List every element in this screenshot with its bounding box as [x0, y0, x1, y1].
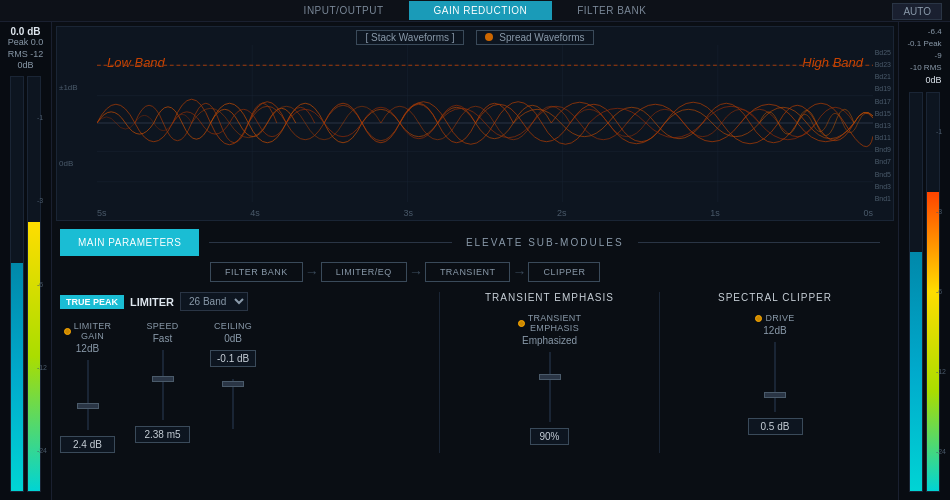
flow-line-right	[638, 242, 880, 243]
drive-slider[interactable]	[774, 342, 776, 412]
elevate-sub-modules-label: ELEVATE SUB-MODULES	[452, 237, 638, 248]
speed-value: Fast	[153, 333, 172, 344]
limiter-gain-handle[interactable]	[77, 403, 99, 409]
drive-label: DRIVE	[755, 313, 794, 323]
transient-section-title: TRANSIENT EMPHASIS	[456, 292, 643, 303]
speed-input[interactable]: 2.38 m5	[135, 426, 190, 443]
left-db-value: 0.0 dB	[10, 26, 40, 37]
ceiling-display[interactable]: -0.1 dB	[210, 350, 256, 367]
bnd-scale: Bd25 Bd23 Bd21 Bd19 Bd17 Bd15 Bd13 Bd11 …	[875, 49, 891, 202]
submodules-header: MAIN PARAMETERS ELEVATE SUB-MODULES	[60, 229, 890, 256]
waveform-toolbar: [ Stack Waveforms ] Spread Waveforms	[57, 27, 893, 48]
flow-line-left	[209, 242, 451, 243]
arrow-icon-1: →	[305, 264, 319, 280]
module-limiter-eq[interactable]: LIMITER/EQ	[321, 262, 407, 282]
true-peak-badge: TRUE PEAK	[60, 295, 124, 309]
clipper-section-title: SPECTRAL CLIPPER	[676, 292, 874, 303]
main-layout: 0.0 dB Peak 0.0 RMS -12 0dB -1 -3 -6 -12…	[0, 22, 950, 500]
limiter-gain-input[interactable]: 2.4 dB	[60, 436, 115, 453]
transient-value: Emphasized	[522, 335, 577, 346]
ceiling-handle[interactable]	[222, 381, 244, 387]
param-speed: SPEED Fast 2.38 m5	[135, 321, 190, 453]
speed-handle[interactable]	[152, 376, 174, 382]
waveform-area: [ Stack Waveforms ] Spread Waveforms Low…	[56, 26, 894, 221]
transient-label: TRANSIENTEMPHASIS	[518, 313, 582, 333]
limiter-section: TRUE PEAK LIMITER 26 Band LIMITERGAIN	[60, 292, 440, 453]
module-flow: FILTER BANK → LIMITER/EQ → TRANSIENT → C…	[210, 262, 890, 282]
param-ceiling: CEILING 0dB -0.1 dB	[210, 321, 256, 453]
bracket-left: [	[365, 32, 368, 43]
limiter-gain-slider[interactable]	[87, 360, 89, 430]
transient-dot	[518, 320, 525, 327]
top-bar: INPUT/OUTPUT GAIN REDUCTION FILTER BANK …	[0, 0, 950, 22]
limiter-title: LIMITER	[130, 296, 174, 308]
transient-handle[interactable]	[539, 374, 561, 380]
arrow-icon-3: →	[512, 264, 526, 280]
clipper-params: DRIVE 12dB 0.5 dB	[676, 313, 874, 435]
left-rms-label: RMS -12	[8, 49, 44, 61]
waveform-left-scale: ±1dB 0dB	[59, 49, 78, 202]
clipper-section: SPECTRAL CLIPPER DRIVE 12dB 0.5 dB	[660, 292, 890, 453]
limiter-params-grid: LIMITERGAIN 12dB 2.4 dB SPEED Fast	[60, 321, 427, 453]
right-meter-top-labels: -6.4 -0.1 Peak -9 -10 RMS 0dB	[907, 26, 941, 88]
arrow-icon-2: →	[409, 264, 423, 280]
speed-label: SPEED	[146, 321, 178, 331]
submodules-section: MAIN PARAMETERS ELEVATE SUB-MODULES FILT…	[52, 225, 898, 500]
transient-section: TRANSIENT EMPHASIS TRANSIENTEMPHASIS Emp…	[440, 292, 660, 453]
ceiling-slider[interactable]	[232, 379, 234, 429]
limiter-gain-dot	[64, 328, 71, 335]
limiter-gain-label: LIMITERGAIN	[64, 321, 112, 341]
ceiling-label: CEILING	[214, 321, 252, 331]
left-0db-label: 0dB	[17, 60, 33, 72]
stack-waveforms-btn[interactable]: [ Stack Waveforms ]	[356, 30, 463, 45]
drive-handle[interactable]	[764, 392, 786, 398]
tab-filter-bank[interactable]: FILTER BANK	[552, 1, 671, 20]
transient-slider[interactable]	[549, 352, 551, 422]
module-transient[interactable]: TRANSIENT	[425, 262, 511, 282]
limiter-gain-value: 12dB	[76, 343, 99, 354]
center-content: [ Stack Waveforms ] Spread Waveforms Low…	[52, 22, 898, 500]
right-meter-bar-1[interactable]	[909, 92, 923, 493]
spread-waveforms-btn[interactable]: Spread Waveforms	[476, 30, 594, 45]
limiter-header: TRUE PEAK LIMITER 26 Band	[60, 292, 427, 311]
module-clipper[interactable]: CLIPPER	[528, 262, 600, 282]
left-meter-scale: -1 -3 -6 -12 -24	[37, 76, 47, 492]
waveform-time-scale: 5s 4s 3s 2s 1s 0s	[97, 208, 873, 218]
drive-value: 12dB	[763, 325, 786, 336]
speed-slider[interactable]	[162, 350, 164, 420]
right-meter: -6.4 -0.1 Peak -9 -10 RMS 0dB -1 -3 -6 -…	[898, 22, 950, 500]
params-row: TRUE PEAK LIMITER 26 Band LIMITERGAIN	[60, 292, 890, 453]
ceiling-value: 0dB	[224, 333, 242, 344]
main-parameters-btn[interactable]: MAIN PARAMETERS	[60, 229, 199, 256]
auto-button[interactable]: AUTO	[892, 3, 942, 20]
tab-gain-reduction[interactable]: GAIN REDUCTION	[409, 1, 553, 20]
drive-input[interactable]: 0.5 dB	[748, 418, 803, 435]
transient-percent[interactable]: 90%	[530, 428, 568, 445]
param-limiter-gain: LIMITERGAIN 12dB 2.4 dB	[60, 321, 115, 453]
right-meter-bars: -1 -3 -6 -12 -24	[901, 92, 948, 493]
left-meter-bars: -1 -3 -6 -12 -24	[2, 76, 49, 492]
right-meter-scale: -1 -3 -6 -12 -24	[936, 92, 946, 493]
elevate-submodules-container: ELEVATE SUB-MODULES	[199, 237, 890, 248]
module-filter-bank[interactable]: FILTER BANK	[210, 262, 303, 282]
spread-dot-icon	[485, 33, 493, 41]
waveform-canvas	[97, 45, 873, 202]
left-meter-bar-1[interactable]	[10, 76, 24, 492]
bracket-right: ]	[452, 32, 455, 43]
tab-input-output[interactable]: INPUT/OUTPUT	[279, 1, 409, 20]
waveform-svg	[97, 45, 873, 202]
drive-dot	[755, 315, 762, 322]
left-meter: 0.0 dB Peak 0.0 RMS -12 0dB -1 -3 -6 -12…	[0, 22, 52, 500]
left-peak-label: Peak 0.0	[8, 37, 44, 49]
band-select[interactable]: 26 Band	[180, 292, 248, 311]
transient-params: TRANSIENTEMPHASIS Emphasized 90%	[456, 313, 643, 445]
